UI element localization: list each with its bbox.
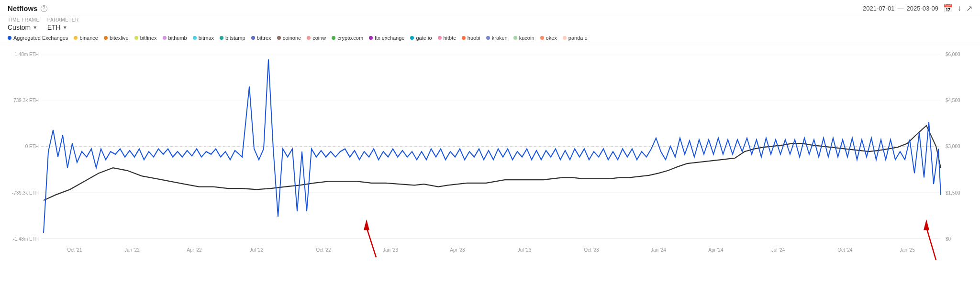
date-range: 2021-07-01 — 2025-03-09	[863, 5, 938, 12]
chart-area: 1.48m ETH 739.3k ETH 0 ETH -739.3k ETH -…	[0, 43, 980, 271]
help-icon[interactable]: ?	[41, 5, 47, 12]
calendar-icon[interactable]: 📅	[943, 4, 953, 13]
svg-line-32	[926, 228, 936, 260]
timeframe-label: TIME FRAME	[8, 17, 40, 23]
legend-item-bitmax[interactable]: bitmax	[193, 35, 214, 41]
download-icon[interactable]: ↓	[958, 4, 961, 13]
legend-item-ftx-exchange[interactable]: ftx exchange	[369, 35, 404, 41]
svg-text:-1.48m ETH: -1.48m ETH	[13, 235, 39, 242]
svg-text:Jan '22: Jan '22	[124, 247, 140, 253]
date-end: 2025-03-09	[907, 5, 939, 12]
legend-label: kucoin	[519, 35, 535, 41]
legend-item-gate.io[interactable]: gate.io	[410, 35, 432, 41]
legend-label: huobi	[468, 35, 480, 41]
legend-dot	[163, 36, 167, 40]
legend-item-crypto.com[interactable]: crypto.com	[332, 35, 363, 41]
legend-dot	[193, 36, 197, 40]
legend-dot	[220, 36, 223, 40]
svg-text:Jan '24: Jan '24	[651, 247, 666, 253]
chart-legend: Aggregated Exchangesbinancebitexlivebitf…	[0, 33, 980, 43]
legend-label: panda e	[568, 35, 588, 41]
legend-dot	[513, 36, 517, 40]
legend-label: bitfinex	[140, 35, 157, 41]
legend-item-huobi[interactable]: huobi	[462, 35, 480, 41]
svg-text:Apr '23: Apr '23	[450, 247, 465, 253]
timeframe-select[interactable]: Custom ▼	[8, 23, 40, 31]
legend-item-coinone[interactable]: coinone	[277, 35, 301, 41]
legend-label: gate.io	[416, 35, 432, 41]
timeframe-value: Custom	[8, 23, 31, 31]
red-arrow-2	[924, 220, 936, 260]
legend-label: bitmax	[199, 35, 214, 41]
legend-dot	[563, 36, 567, 40]
legend-label: bittrex	[257, 35, 271, 41]
svg-text:Oct '23: Oct '23	[584, 247, 599, 253]
legend-dot	[74, 36, 78, 40]
legend-item-bitfinex[interactable]: bitfinex	[134, 35, 157, 41]
legend-dot	[134, 36, 138, 40]
legend-dot	[438, 36, 442, 40]
controls-bar: TIME FRAME Custom ▼ PARAMETER ETH ▼	[0, 15, 980, 33]
legend-item-bittrex[interactable]: bittrex	[251, 35, 271, 41]
legend-item-okex[interactable]: okex	[540, 35, 557, 41]
header-icons: 📅 ↓ ↗	[943, 4, 972, 13]
legend-dot	[277, 36, 281, 40]
legend-item-kucoin[interactable]: kucoin	[513, 35, 535, 41]
parameter-control: PARAMETER ETH ▼	[47, 17, 79, 31]
parameter-label: PARAMETER	[47, 17, 79, 23]
legend-dot	[462, 36, 466, 40]
parameter-value: ETH	[47, 23, 61, 31]
parameter-select[interactable]: ETH ▼	[47, 23, 79, 31]
svg-text:Jul '22: Jul '22	[250, 247, 264, 253]
legend-label: Aggregated Exchanges	[13, 35, 68, 41]
legend-label: coinw	[312, 35, 326, 41]
svg-text:Jul '23: Jul '23	[518, 247, 532, 253]
legend-item-binance[interactable]: binance	[74, 35, 98, 41]
header-left: Netflows ?	[8, 4, 47, 12]
chart-svg: 1.48m ETH 739.3k ETH 0 ETH -739.3k ETH -…	[8, 43, 972, 271]
legend-label: hitbtc	[444, 35, 456, 41]
legend-label: okex	[546, 35, 557, 41]
legend-item-aggregated-exchanges[interactable]: Aggregated Exchanges	[8, 35, 68, 41]
svg-text:739.3k ETH: 739.3k ETH	[13, 97, 39, 104]
legend-dot	[486, 36, 490, 40]
legend-item-bitexlive[interactable]: bitexlive	[104, 35, 129, 41]
legend-dot	[540, 36, 544, 40]
legend-item-coinw[interactable]: coinw	[307, 35, 326, 41]
svg-line-30	[367, 228, 376, 257]
svg-text:$3,000: $3,000	[946, 143, 960, 150]
legend-dot	[369, 36, 373, 40]
legend-dot	[332, 36, 335, 40]
svg-text:Oct '24: Oct '24	[837, 247, 852, 253]
svg-text:$4,500: $4,500	[946, 97, 960, 104]
legend-item-kraken[interactable]: kraken	[486, 35, 508, 41]
legend-dot	[410, 36, 414, 40]
parameter-chevron: ▼	[63, 25, 67, 30]
legend-label: kraken	[492, 35, 508, 41]
svg-text:0 ETH: 0 ETH	[25, 143, 39, 150]
timeframe-chevron: ▼	[33, 25, 37, 30]
legend-dot	[104, 36, 108, 40]
legend-dot	[251, 36, 255, 40]
timeframe-control: TIME FRAME Custom ▼	[8, 17, 40, 31]
legend-item-bithumb[interactable]: bithumb	[163, 35, 187, 41]
legend-item-panda-e[interactable]: panda e	[563, 35, 588, 41]
legend-dot	[307, 36, 311, 40]
legend-label: crypto.com	[337, 35, 363, 41]
svg-text:$0: $0	[946, 235, 951, 242]
legend-label: coinone	[283, 35, 301, 41]
legend-item-bitstamp[interactable]: bitstamp	[220, 35, 245, 41]
legend-label: bithumb	[168, 35, 187, 41]
price-line	[44, 126, 941, 200]
svg-marker-33	[924, 220, 929, 231]
share-icon[interactable]: ↗	[966, 4, 972, 13]
legend-item-hitbtc[interactable]: hitbtc	[438, 35, 456, 41]
legend-label: ftx exchange	[375, 35, 404, 41]
page-title: Netflows	[8, 4, 38, 12]
svg-text:$6,000: $6,000	[946, 51, 960, 58]
date-separator: —	[898, 5, 904, 12]
svg-text:Apr '24: Apr '24	[708, 247, 723, 253]
legend-label: bitexlive	[110, 35, 129, 41]
svg-text:Jul '24: Jul '24	[771, 247, 785, 253]
svg-text:Apr '22: Apr '22	[187, 247, 201, 253]
